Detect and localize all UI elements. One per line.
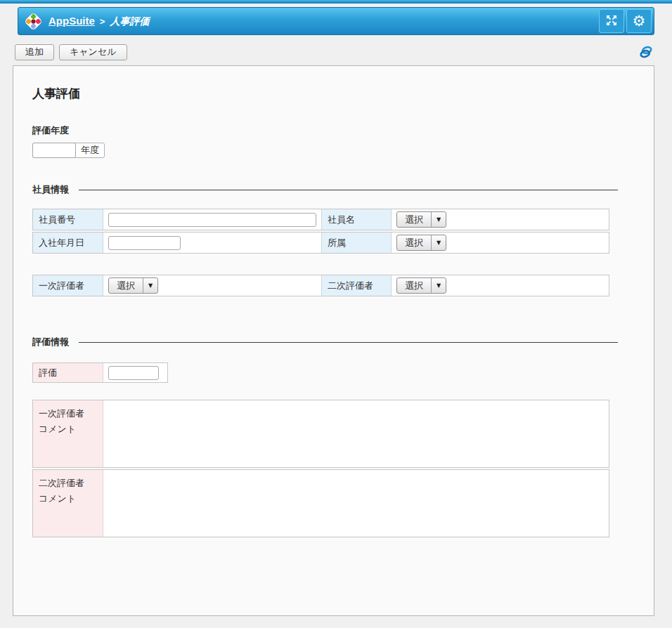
primary-evaluator-comment-label: 一次評価者 コメント bbox=[33, 400, 103, 467]
fullscreen-button[interactable] bbox=[599, 9, 624, 33]
hire-date-label: 入社年月日 bbox=[33, 233, 103, 253]
current-app-title: 人事評価 bbox=[110, 15, 149, 28]
year-input[interactable] bbox=[32, 143, 76, 158]
gear-icon: ⚙ bbox=[633, 14, 646, 29]
table-row: 一次評価者 コメント bbox=[32, 400, 609, 468]
employee-section-title: 社員情報 bbox=[32, 183, 69, 196]
select-button-label: 選択 bbox=[397, 212, 432, 227]
table-row: 評価 bbox=[32, 362, 168, 383]
appsuite-home-link[interactable]: AppSuite bbox=[49, 15, 95, 27]
year-field-group: 年度 bbox=[32, 143, 105, 158]
app-header-bar: AppSuite > 人事評価 ⚙ bbox=[18, 7, 654, 35]
select-button-label: 選択 bbox=[397, 278, 432, 293]
top-accent-stripe bbox=[0, 0, 672, 4]
breadcrumb: AppSuite > 人事評価 bbox=[49, 15, 597, 28]
department-label: 所属 bbox=[321, 233, 392, 253]
year-unit-suffix: 年度 bbox=[76, 144, 104, 157]
secondary-evaluator-label: 二次評価者 bbox=[321, 275, 392, 296]
rating-label: 評価 bbox=[33, 363, 103, 382]
breadcrumb-separator: > bbox=[100, 16, 105, 27]
secondary-evaluator-comment-label: 二次評価者 コメント bbox=[33, 470, 103, 537]
primary-evaluator-select-button[interactable]: 選択 ▼ bbox=[108, 277, 158, 294]
chevron-down-icon: ▼ bbox=[432, 278, 446, 293]
employee-number-cell bbox=[103, 209, 321, 230]
primary-evaluator-comment-textarea[interactable] bbox=[103, 400, 609, 467]
hire-date-cell bbox=[103, 233, 321, 253]
employee-name-cell: 選択 ▼ bbox=[392, 209, 609, 230]
employee-number-label: 社員番号 bbox=[33, 209, 103, 230]
chevron-down-icon: ▼ bbox=[432, 235, 446, 250]
employee-info-table: 社員番号 社員名 選択 ▼ 入社年月日 所属 選択 ▼ bbox=[32, 209, 609, 254]
chevron-down-icon: ▼ bbox=[143, 278, 157, 293]
cancel-button[interactable]: キャンセル bbox=[59, 44, 127, 60]
table-row: 一次評価者 選択 ▼ 二次評価者 選択 ▼ bbox=[32, 275, 609, 296]
hire-date-input[interactable] bbox=[108, 236, 181, 250]
table-row: 入社年月日 所属 選択 ▼ bbox=[32, 232, 609, 254]
secondary-evaluator-comment-textarea[interactable] bbox=[103, 470, 609, 537]
employee-name-label: 社員名 bbox=[321, 209, 392, 230]
secondary-evaluator-cell: 選択 ▼ bbox=[392, 275, 609, 296]
link-rings-icon[interactable] bbox=[638, 44, 654, 60]
department-select-button[interactable]: 選択 ▼ bbox=[396, 235, 446, 251]
rating-cell bbox=[103, 363, 167, 382]
primary-evaluator-label: 一次評価者 bbox=[33, 275, 103, 296]
chevron-down-icon: ▼ bbox=[432, 212, 446, 227]
year-field-label: 評価年度 bbox=[32, 124, 620, 137]
add-button[interactable]: 追加 bbox=[15, 44, 54, 60]
action-toolbar: 追加 キャンセル bbox=[0, 35, 672, 60]
select-button-label: 選択 bbox=[397, 235, 432, 250]
evaluators-table: 一次評価者 選択 ▼ 二次評価者 選択 ▼ bbox=[32, 275, 609, 296]
form-panel: 人事評価 評価年度 年度 社員情報 社員番号 社員名 選択 ▼ 入社年月日 bbox=[13, 65, 654, 616]
rating-input[interactable] bbox=[108, 366, 159, 380]
employee-section-header: 社員情報 bbox=[32, 183, 618, 196]
evaluation-section-title: 評価情報 bbox=[32, 336, 69, 348]
select-button-label: 選択 bbox=[109, 278, 143, 293]
table-row: 二次評価者 コメント bbox=[32, 469, 609, 537]
primary-evaluator-cell: 選択 ▼ bbox=[103, 275, 321, 296]
secondary-evaluator-select-button[interactable]: 選択 ▼ bbox=[396, 277, 446, 294]
evaluation-section-header: 評価情報 bbox=[32, 336, 618, 348]
form-title: 人事評価 bbox=[32, 86, 620, 102]
rating-table: 評価 bbox=[32, 362, 168, 383]
department-cell: 選択 ▼ bbox=[392, 233, 609, 253]
employee-number-input[interactable] bbox=[108, 213, 316, 227]
appsuite-clover-logo-icon bbox=[23, 11, 43, 31]
table-row: 社員番号 社員名 選択 ▼ bbox=[32, 209, 609, 230]
settings-button[interactable]: ⚙ bbox=[626, 9, 652, 33]
section-divider-line bbox=[79, 190, 618, 190]
section-divider-line bbox=[79, 342, 618, 343]
expand-arrows-icon bbox=[605, 14, 618, 29]
comments-table: 一次評価者 コメント 二次評価者 コメント bbox=[32, 400, 609, 537]
employee-name-select-button[interactable]: 選択 ▼ bbox=[396, 211, 446, 228]
